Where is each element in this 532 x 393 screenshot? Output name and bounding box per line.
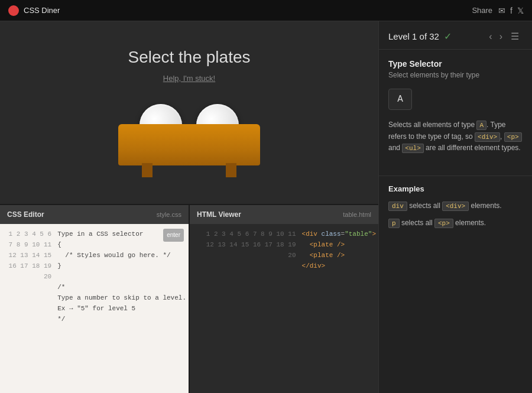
selector-type-desc: Select elements by their type bbox=[388, 71, 523, 79]
next-level-button[interactable]: › bbox=[497, 30, 505, 43]
examples-title: Examples bbox=[388, 184, 523, 193]
enter-badge[interactable]: enter bbox=[163, 229, 184, 242]
example-code-div-tag: <div> bbox=[442, 202, 469, 211]
selector-type-label: Type Selector bbox=[388, 59, 523, 69]
help-link[interactable]: Help, I'm stuck! bbox=[163, 74, 215, 83]
inline-code-div: <div> bbox=[475, 132, 500, 142]
example-code-p: p bbox=[388, 219, 400, 228]
html-editor-title: HTML Viewer bbox=[197, 210, 241, 219]
facebook-share-icon[interactable]: f bbox=[510, 6, 512, 15]
menu-button[interactable]: ☰ bbox=[507, 30, 523, 43]
level-title: Level 1 of 32 ✓ bbox=[388, 31, 452, 42]
css-editor-filename: style.css bbox=[157, 211, 181, 218]
html-code-area: <div class="table"> <plate /> <plate /> … bbox=[300, 224, 378, 393]
share-label: Share bbox=[472, 6, 492, 15]
css-editor-header: CSS Editor style.css bbox=[0, 205, 189, 224]
app-title: CSS Diner bbox=[24, 6, 60, 15]
html-editor-filename: table.html bbox=[343, 211, 371, 218]
inline-code-a: A bbox=[476, 121, 486, 130]
example-code-div: div bbox=[388, 202, 407, 211]
animation-area: Select the plates Help, I'm stuck! bbox=[0, 21, 378, 204]
table-leg-right bbox=[226, 163, 236, 177]
selector-explanation: Selects all elements of type A. Type ref… bbox=[388, 119, 523, 154]
css-editor-content: 1 2 3 4 5 6 7 8 9 10 11 12 13 14 15 16 1… bbox=[0, 224, 189, 393]
level-text: Level 1 of 32 bbox=[388, 31, 439, 41]
topbar-left: CSS Diner bbox=[8, 5, 60, 16]
selector-demo-char: A bbox=[397, 94, 403, 105]
example-code-p-tag: <p> bbox=[434, 219, 453, 228]
css-code-area[interactable]: enterType in a CSS selector { /* Styles … bbox=[55, 224, 189, 393]
selector-info: Type Selector Select elements by their t… bbox=[379, 50, 532, 176]
example-row-p: p selects all <p> elements. bbox=[388, 217, 523, 229]
inline-code-p: <p> bbox=[504, 132, 522, 142]
css-line-numbers: 1 2 3 4 5 6 7 8 9 10 11 12 13 14 15 16 1… bbox=[0, 224, 55, 393]
html-editor-header: HTML Viewer table.html bbox=[190, 205, 378, 224]
left-panel: Select the plates Help, I'm stuck! CSS E… bbox=[0, 21, 378, 393]
inline-code-ul: <ul> bbox=[402, 144, 423, 153]
topbar: CSS Diner Share ✉ f 𝕏 bbox=[0, 0, 532, 21]
table-scene bbox=[118, 100, 260, 177]
share-icons: ✉ f 𝕏 bbox=[498, 6, 524, 15]
level-header: Level 1 of 32 ✓ ‹ › ☰ bbox=[379, 21, 532, 50]
prev-level-button[interactable]: ‹ bbox=[486, 30, 494, 43]
table-leg-left bbox=[142, 163, 153, 177]
selector-demo: A bbox=[388, 89, 412, 110]
css-editor-panel: CSS Editor style.css 1 2 3 4 5 6 7 8 9 1… bbox=[0, 205, 190, 393]
twitter-share-icon[interactable]: 𝕏 bbox=[517, 6, 524, 15]
main-title: Select the plates bbox=[128, 48, 250, 67]
html-editor-content: 1 2 3 4 5 6 7 8 9 10 11 12 13 14 15 16 1… bbox=[190, 224, 378, 393]
main-content: Select the plates Help, I'm stuck! CSS E… bbox=[0, 21, 532, 393]
css-editor-title: CSS Editor bbox=[7, 210, 44, 219]
editors-area: CSS Editor style.css 1 2 3 4 5 6 7 8 9 1… bbox=[0, 204, 378, 393]
html-line-numbers: 1 2 3 4 5 6 7 8 9 10 11 12 13 14 15 16 1… bbox=[190, 224, 300, 393]
example-row-div: div selects all <div> elements. bbox=[388, 200, 523, 212]
table-surface bbox=[118, 124, 260, 165]
topbar-right: Share ✉ f 𝕏 bbox=[472, 6, 524, 15]
level-nav: ‹ › ☰ bbox=[486, 30, 523, 43]
email-share-icon[interactable]: ✉ bbox=[498, 6, 505, 15]
examples-section: Examples div selects all <div> elements.… bbox=[379, 176, 532, 243]
check-mark: ✓ bbox=[444, 31, 452, 42]
html-viewer-panel: HTML Viewer table.html 1 2 3 4 5 6 7 8 9… bbox=[190, 205, 378, 393]
right-panel: Level 1 of 32 ✓ ‹ › ☰ Type Selector Sele… bbox=[378, 21, 532, 393]
logo-icon bbox=[8, 5, 19, 16]
